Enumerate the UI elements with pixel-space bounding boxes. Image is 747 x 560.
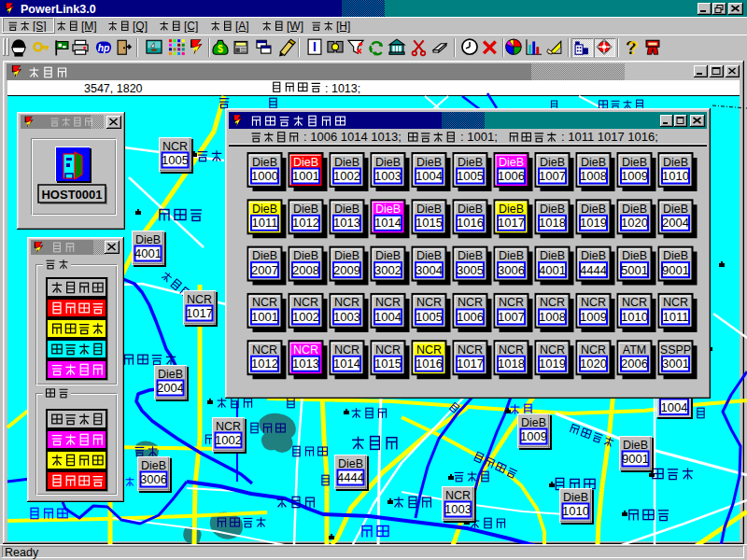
svg-text:1005: 1005 (457, 169, 484, 183)
svg-text:1009: 1009 (580, 310, 607, 324)
svg-text:[C]: [C] (184, 20, 198, 33)
svg-text:DieB: DieB (293, 203, 318, 216)
svg-text:[W]: [W] (287, 20, 303, 33)
svg-text:DieB: DieB (252, 156, 277, 169)
svg-text:NCR: NCR (458, 343, 483, 357)
svg-text:1008: 1008 (580, 169, 607, 183)
svg-text:1004: 1004 (416, 169, 443, 183)
svg-text:4001: 4001 (539, 263, 566, 277)
svg-text:DieB: DieB (499, 249, 524, 262)
svg-text:HOST0001: HOST0001 (41, 188, 102, 202)
svg-text:9001: 9001 (622, 452, 649, 466)
svg-text:1005: 1005 (162, 153, 189, 167)
svg-text:3001: 3001 (662, 357, 689, 371)
svg-text:NCR: NCR (540, 296, 565, 309)
svg-text:2009: 2009 (333, 263, 360, 277)
svg-text:2004: 2004 (662, 216, 689, 230)
svg-text:DieB: DieB (623, 439, 648, 452)
svg-text:DieB: DieB (499, 156, 524, 169)
svg-text:1010: 1010 (662, 169, 689, 183)
svg-text:NCR: NCR (581, 296, 606, 309)
svg-text:SSPP: SSPP (660, 343, 691, 357)
svg-text:3004: 3004 (416, 263, 443, 277)
svg-text:2006: 2006 (621, 357, 648, 371)
svg-text:DieB: DieB (663, 249, 688, 262)
svg-text:1008: 1008 (539, 310, 566, 324)
svg-text:DieB: DieB (416, 203, 442, 216)
svg-text:NCR: NCR (499, 296, 524, 309)
svg-text:DieB: DieB (499, 203, 524, 216)
svg-text:NCR: NCR (252, 343, 277, 357)
svg-text:NCR: NCR (458, 296, 483, 309)
svg-text:DieB: DieB (581, 156, 606, 169)
svg-text:DieB: DieB (141, 459, 166, 472)
svg-text:1002: 1002 (292, 310, 319, 324)
svg-text:1009: 1009 (520, 429, 547, 443)
svg-text:1010: 1010 (562, 504, 589, 518)
svg-text:NCR: NCR (581, 343, 606, 357)
svg-text:1014: 1014 (333, 357, 360, 371)
svg-text:DieB: DieB (375, 156, 401, 169)
svg-text:4444: 4444 (580, 263, 607, 277)
svg-text:1013: 1013 (292, 357, 319, 371)
svg-text:NCR: NCR (375, 296, 401, 309)
svg-text:ATM: ATM (623, 343, 646, 357)
svg-text:$: $ (218, 44, 223, 54)
svg-text:1019: 1019 (580, 216, 607, 230)
svg-text:NCR: NCR (416, 296, 442, 309)
svg-text:1009: 1009 (621, 169, 648, 183)
svg-text:1016: 1016 (457, 216, 484, 230)
svg-text:NCR: NCR (416, 343, 442, 357)
svg-text:: 1013;: : 1013; (325, 82, 360, 95)
svg-text:DieB: DieB (663, 203, 688, 216)
svg-text:1001: 1001 (251, 310, 278, 324)
svg-text:I: I (313, 40, 317, 54)
svg-text:DieB: DieB (338, 457, 363, 470)
svg-text:NCR: NCR (622, 296, 647, 309)
svg-text:DieB: DieB (416, 249, 442, 262)
svg-text:DieB: DieB (521, 416, 546, 429)
svg-text:1007: 1007 (539, 169, 566, 183)
svg-text:1017: 1017 (457, 357, 484, 371)
svg-text:: 1006 1014 1013;: : 1006 1014 1013; (303, 130, 402, 144)
svg-text:NCR: NCR (216, 420, 241, 433)
svg-text:5001: 5001 (621, 263, 648, 277)
svg-text:1010: 1010 (621, 310, 648, 324)
svg-text:DieB: DieB (663, 156, 688, 169)
svg-text:4444: 4444 (337, 470, 364, 484)
svg-text:1012: 1012 (251, 357, 278, 371)
svg-text:[A]: [A] (235, 20, 249, 33)
svg-text:NCR: NCR (499, 343, 524, 357)
svg-text:2008: 2008 (292, 263, 319, 277)
svg-text:DieB: DieB (135, 233, 161, 246)
svg-text:1003: 1003 (333, 310, 360, 324)
svg-text:1017: 1017 (498, 216, 525, 230)
svg-text:1011: 1011 (252, 216, 278, 230)
svg-text:DieB: DieB (540, 156, 565, 169)
svg-text:3006: 3006 (140, 472, 167, 486)
svg-text:1012: 1012 (292, 216, 319, 230)
svg-text:1006: 1006 (457, 310, 484, 324)
svg-text:1020: 1020 (621, 216, 648, 230)
svg-text:3006: 3006 (498, 263, 525, 277)
svg-text:1013: 1013 (333, 216, 360, 230)
svg-text:NCR: NCR (334, 343, 359, 357)
svg-text:1018: 1018 (539, 216, 566, 230)
svg-text:1005: 1005 (416, 310, 443, 324)
svg-text:DieB: DieB (540, 249, 565, 262)
svg-text:1015: 1015 (416, 216, 443, 230)
svg-text:NCR: NCR (252, 296, 277, 309)
svg-text:1001: 1001 (292, 169, 319, 183)
svg-text:DieB: DieB (334, 249, 359, 262)
svg-text:NCR: NCR (375, 343, 401, 357)
svg-text:1002: 1002 (333, 169, 360, 183)
svg-text:DieB: DieB (540, 203, 565, 216)
svg-text:3005: 3005 (457, 263, 484, 277)
svg-text:1000: 1000 (251, 169, 278, 183)
svg-text:: 1011 1017 1016;: : 1011 1017 1016; (561, 130, 658, 144)
svg-text:NCR: NCR (293, 343, 318, 357)
svg-text:DieB: DieB (293, 156, 318, 169)
svg-text:DieB: DieB (581, 203, 606, 216)
svg-text:DieB: DieB (416, 156, 442, 169)
svg-text:3547, 1820: 3547, 1820 (84, 82, 143, 95)
